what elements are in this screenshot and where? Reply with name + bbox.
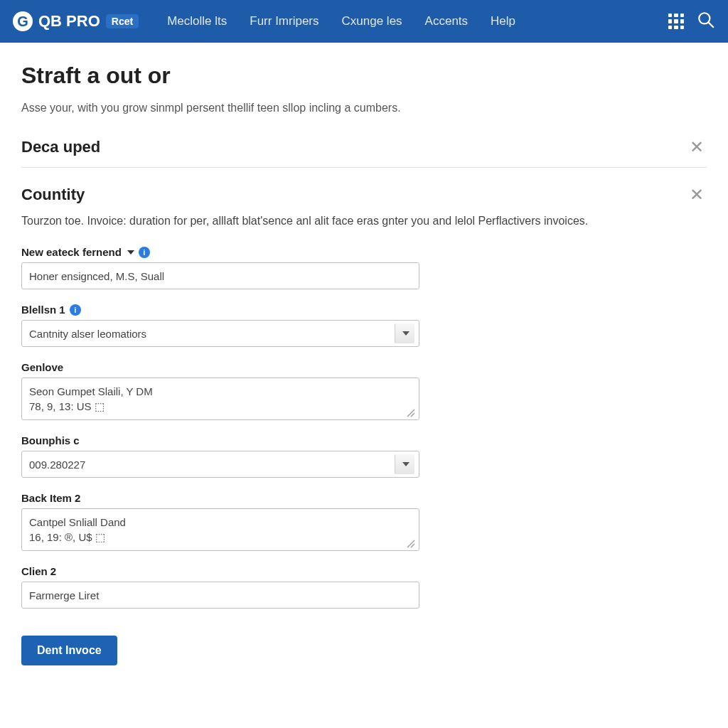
field-genlove: Genlove Seon Gumpet Slaili, Y DM 78, 9, …: [21, 361, 707, 420]
back-item-textarea[interactable]: Cantpel Snliall Dand 16, 19: ®, U$ ⬚: [21, 508, 419, 551]
label-text: Blellsn 1: [21, 304, 65, 316]
topbar-right: [668, 11, 715, 32]
section-deca: Deca uped ✕: [21, 134, 707, 167]
field-label: Back Item 2: [21, 492, 707, 504]
select-toggle[interactable]: [395, 323, 414, 343]
search-icon[interactable]: [697, 11, 715, 32]
svg-point-0: [699, 13, 710, 23]
top-nav-bar: G QB PRO Rcet Meclolle lts Furr Imripers…: [0, 0, 728, 43]
field-label: Clien 2: [21, 565, 707, 577]
brand-badge: Rcet: [106, 14, 139, 28]
divider: [21, 167, 707, 168]
page-title: Straft a out or: [21, 63, 707, 89]
field-label: Bounphis c: [21, 434, 707, 446]
chevron-down-icon[interactable]: [127, 250, 134, 255]
svg-line-4: [407, 540, 414, 547]
nav-item-1[interactable]: Furr Imripers: [250, 14, 318, 28]
field-label: Genlove: [21, 361, 707, 373]
select-value: 009.280227: [29, 459, 85, 471]
textarea-value: Cantpel Snliall Dand 16, 19: ®, U$ ⬚: [29, 516, 126, 543]
apps-grid-icon[interactable]: [668, 14, 684, 29]
textarea-value: Seon Gumpet Slaili, Y DM 78, 9, 13: US ⬚: [29, 385, 153, 412]
blellsn-select[interactable]: Cantnity alser leomatiors: [21, 320, 419, 347]
chevron-down-icon: [402, 462, 410, 466]
nav-items: Meclolle lts Furr Imripers Cxunge les Ac…: [167, 14, 515, 28]
label-text: Genlove: [21, 361, 63, 373]
section-countity-desc: Tourzon toe. Invoice: duration for per, …: [21, 215, 707, 228]
nav-item-2[interactable]: Cxunge les: [342, 14, 402, 28]
field-new-eateck: New eateck fernend i: [21, 246, 707, 289]
info-icon[interactable]: i: [139, 247, 150, 258]
chevron-down-icon: [402, 331, 410, 336]
brand-name: QB PRO: [38, 12, 100, 31]
field-label: New eateck fernend i: [21, 246, 707, 258]
field-label: Blellsn 1 i: [21, 304, 707, 316]
svg-line-2: [407, 410, 414, 417]
field-bounphis: Bounphis c 009.280227: [21, 434, 707, 478]
close-icon[interactable]: ✕: [687, 185, 707, 205]
section-countity: Countity ✕: [21, 182, 707, 215]
page-subtitle: Asse your, with you grow sinmpl persent …: [21, 102, 707, 114]
field-blellsn: Blellsn 1 i Cantnity alser leomatiors: [21, 304, 707, 347]
svg-line-1: [708, 22, 714, 28]
page-content: Straft a out or Asse your, with you grow…: [0, 43, 728, 680]
label-text: New eateck fernend: [21, 246, 122, 258]
resize-handle-icon[interactable]: [406, 537, 416, 547]
clien-input[interactable]: [21, 582, 419, 609]
nav-item-0[interactable]: Meclolle lts: [167, 14, 227, 28]
section-deca-title: Deca uped: [21, 138, 100, 156]
genlove-textarea[interactable]: Seon Gumpet Slaili, Y DM 78, 9, 13: US ⬚: [21, 378, 419, 420]
new-eateck-input[interactable]: [21, 262, 419, 289]
close-icon[interactable]: ✕: [687, 137, 707, 157]
select-value: Cantnity alser leomatiors: [29, 328, 146, 340]
svg-line-5: [411, 544, 414, 547]
select-toggle[interactable]: [395, 454, 414, 474]
resize-handle-icon[interactable]: [406, 407, 416, 417]
dent-invoice-button[interactable]: Dent Invoce: [21, 636, 117, 665]
info-icon[interactable]: i: [70, 304, 81, 316]
brand-logo-icon: G: [13, 11, 33, 31]
brand: G QB PRO Rcet: [13, 11, 139, 31]
svg-line-3: [411, 413, 414, 417]
field-back-item: Back Item 2 Cantpel Snliall Dand 16, 19:…: [21, 492, 707, 551]
section-countity-title: Countity: [21, 186, 85, 204]
label-text: Bounphis c: [21, 434, 80, 446]
field-clien: Clien 2: [21, 565, 707, 609]
bounphis-select[interactable]: 009.280227: [21, 451, 419, 478]
label-text: Back Item 2: [21, 492, 80, 504]
nav-item-4[interactable]: Help: [491, 14, 515, 28]
label-text: Clien 2: [21, 565, 56, 577]
nav-item-3[interactable]: Accents: [425, 14, 468, 28]
